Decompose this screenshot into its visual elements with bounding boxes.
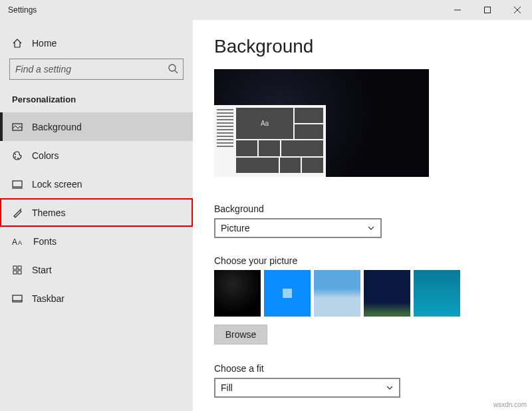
picture-thumb-4[interactable]	[364, 270, 410, 317]
close-button[interactable]	[502, 0, 532, 20]
sidebar-item-taskbar[interactable]: Taskbar	[0, 284, 193, 313]
content-area: Background Aa	[193, 20, 532, 411]
sidebar-item-background[interactable]: Background	[0, 112, 193, 141]
chevron-down-icon	[386, 384, 394, 392]
picture-thumb-1[interactable]	[214, 270, 261, 317]
sidebar-item-label: Themes	[32, 207, 66, 218]
category-label: Personalization	[0, 94, 193, 112]
sidebar-item-label: Lock screen	[32, 179, 82, 190]
svg-rect-17	[18, 271, 21, 274]
sidebar-item-colors[interactable]: Colors	[0, 141, 193, 170]
fit-value: Fill	[221, 382, 233, 393]
minimize-button[interactable]	[442, 0, 472, 20]
browse-button[interactable]: Browse	[214, 325, 267, 344]
fonts-icon: AA	[12, 236, 24, 247]
svg-rect-16	[13, 271, 17, 274]
background-type-value: Picture	[221, 223, 250, 233]
home-label: Home	[32, 38, 57, 49]
svg-point-9	[17, 158, 19, 159]
choose-fit-label: Choose a fit	[214, 363, 532, 374]
window-title: Settings	[8, 5, 442, 15]
sidebar-item-themes[interactable]: Themes	[0, 198, 193, 227]
colors-icon	[12, 150, 23, 161]
preview-tile-aa: Aa	[236, 108, 293, 139]
fit-dropdown[interactable]: Fill	[214, 378, 400, 398]
maximize-icon	[484, 7, 491, 13]
start-icon	[12, 265, 23, 275]
minimize-icon	[454, 7, 461, 13]
sidebar-item-label: Background	[32, 122, 82, 132]
desktop-preview: Aa	[214, 69, 429, 177]
sidebar-item-label: Taskbar	[32, 293, 65, 304]
chevron-down-icon	[367, 224, 375, 232]
titlebar: Settings	[0, 0, 532, 20]
home-icon	[12, 38, 23, 49]
taskbar-icon	[12, 293, 23, 304]
watermark: wsxdn.com	[493, 401, 527, 408]
svg-rect-10	[13, 181, 22, 187]
page-title: Background	[214, 36, 532, 57]
svg-rect-1	[484, 7, 490, 13]
svg-rect-14	[13, 266, 17, 269]
sidebar-item-label: Fonts	[33, 236, 57, 247]
svg-text:A: A	[18, 239, 22, 246]
lock-screen-icon	[12, 179, 23, 190]
close-icon	[514, 7, 521, 13]
picture-thumb-5[interactable]	[414, 270, 460, 317]
background-type-label: Background	[214, 204, 532, 214]
sidebar-item-label: Start	[32, 265, 52, 275]
sidebar-item-start[interactable]: Start	[0, 255, 193, 284]
maximize-button[interactable]	[472, 0, 502, 20]
sidebar-item-label: Colors	[32, 150, 59, 161]
picture-thumb-2[interactable]	[264, 270, 311, 317]
svg-point-8	[15, 156, 16, 158]
background-icon	[12, 122, 23, 132]
preview-panel: Aa	[214, 105, 326, 177]
sidebar: Home Personalization Background Colors L	[0, 20, 193, 411]
picture-thumbnails	[214, 270, 532, 317]
sidebar-item-lock-screen[interactable]: Lock screen	[0, 170, 193, 198]
sidebar-item-fonts[interactable]: AA Fonts	[0, 227, 193, 255]
svg-point-7	[15, 154, 16, 155]
svg-rect-15	[18, 266, 21, 269]
home-button[interactable]: Home	[0, 32, 193, 59]
search-input[interactable]	[9, 59, 184, 80]
svg-text:A: A	[12, 237, 17, 247]
choose-picture-label: Choose your picture	[214, 255, 532, 266]
picture-thumb-3[interactable]	[314, 270, 360, 317]
themes-icon	[12, 207, 23, 218]
background-type-dropdown[interactable]: Picture	[214, 218, 382, 238]
